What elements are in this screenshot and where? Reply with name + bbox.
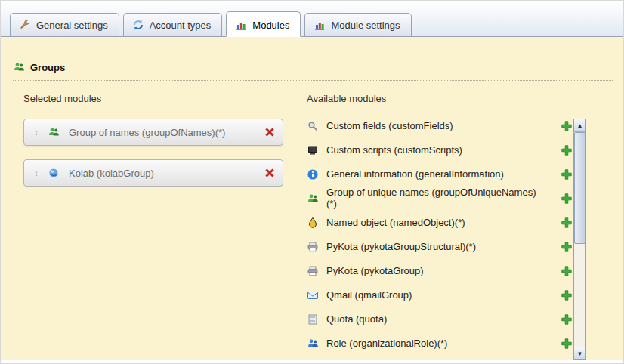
add-module-button[interactable] <box>561 338 573 350</box>
tab-module-settings[interactable]: Module settings <box>304 13 411 37</box>
available-module-row: Custom scripts (customScripts) <box>307 138 573 162</box>
selected-module-label: Kolab (kolabGroup) <box>69 168 258 179</box>
available-module-label: Group of unique names (groupOfUniqueName… <box>326 187 538 210</box>
available-module-label: PyKota (pykotaGroup) <box>326 266 424 277</box>
available-module-row: Qmail (qmailGroup) <box>307 283 573 307</box>
selected-modules-heading: Selected modules <box>23 93 101 104</box>
remove-module-button[interactable] <box>264 126 276 138</box>
add-module-button[interactable] <box>561 241 573 253</box>
tab-strip: General settings Account types Modules M… <box>1 1 623 37</box>
available-module-row: General information (generalInformation) <box>307 162 573 187</box>
available-modules-list: Custom fields (customFields) Custom scri… <box>307 114 573 356</box>
available-module-label: Qmail (qmailGroup) <box>326 290 412 301</box>
group-blue-icon <box>307 338 319 350</box>
group-green-icon <box>307 193 319 205</box>
scroll-up-button[interactable]: ▲ <box>574 119 585 132</box>
selected-module-row: ↕ Group of names (groupOfNames)(*) <box>23 119 283 146</box>
tab-bar: General settings Account types Modules M… <box>10 11 412 37</box>
drop-icon <box>307 217 319 229</box>
scroll-down-button[interactable]: ▼ <box>574 347 585 359</box>
envelope-icon <box>307 289 319 301</box>
add-module-button[interactable] <box>561 193 573 205</box>
tab-label: Modules <box>252 20 289 31</box>
available-module-label: Named object (namedObject)(*) <box>326 217 465 229</box>
tab-label: General settings <box>36 20 108 31</box>
kolab-icon <box>48 167 60 179</box>
add-module-button[interactable] <box>561 265 573 277</box>
available-module-label: Role (organizationalRole)(*) <box>326 338 447 350</box>
available-module-row: Quota (quota) <box>307 307 573 332</box>
available-modules-heading: Available modules <box>307 93 386 104</box>
selected-module-label: Group of names (groupOfNames)(*) <box>69 127 258 138</box>
available-module-label: PyKota (pykotaGroupStructural)(*) <box>326 242 476 253</box>
tab-label: Module settings <box>331 20 400 31</box>
groups-icon <box>13 61 25 73</box>
available-module-row: Named object (namedObject)(*) <box>307 211 573 235</box>
section-title: Groups <box>30 62 65 73</box>
modules-config-page: General settings Account types Modules M… <box>0 0 624 364</box>
modules-chart-icon <box>235 19 247 31</box>
scrollbar-track[interactable] <box>574 132 585 347</box>
drag-handle-icon[interactable]: ↕ <box>31 168 42 177</box>
available-module-row: Custom fields (customFields) <box>307 114 573 138</box>
add-module-button[interactable] <box>561 168 573 180</box>
tab-general-settings[interactable]: General settings <box>10 13 119 37</box>
add-module-button[interactable] <box>561 313 573 325</box>
groups-section-header: Groups <box>13 61 613 81</box>
group-green-icon <box>48 126 60 138</box>
wrench-icon <box>19 19 31 31</box>
modules-tab-content: Groups Selected modules Available module… <box>1 37 623 360</box>
available-module-row: Role (organizationalRole)(*) <box>307 332 573 356</box>
available-module-label: Custom scripts (customScripts) <box>326 145 462 156</box>
add-module-button[interactable] <box>561 120 573 132</box>
drag-handle-icon[interactable]: ↕ <box>31 128 42 137</box>
add-module-button[interactable] <box>561 217 573 229</box>
modules-chart-icon <box>314 19 326 31</box>
available-module-row: PyKota (pykotaGroupStructural)(*) <box>307 235 573 259</box>
scrollbar-thumb[interactable] <box>574 132 585 244</box>
available-module-label: Quota (quota) <box>326 314 387 325</box>
document-icon <box>307 313 319 325</box>
terminal-icon <box>307 144 319 156</box>
tab-label: Account types <box>150 20 212 31</box>
available-module-row: PyKota (pykotaGroup) <box>307 259 573 283</box>
tab-modules[interactable]: Modules <box>226 11 301 37</box>
tab-account-types[interactable]: Account types <box>123 13 223 37</box>
available-modules-scrollbar[interactable]: ▲ ▼ <box>573 119 586 360</box>
remove-module-button[interactable] <box>264 167 276 179</box>
selected-modules-list: ↕ Group of names (groupOfNames)(*) ↕ Kol… <box>23 119 283 187</box>
info-icon <box>307 168 319 180</box>
magnifier-icon <box>307 120 319 132</box>
printer-icon <box>307 265 319 277</box>
available-module-row: Group of unique names (groupOfUniqueName… <box>307 187 573 211</box>
sync-gear-icon <box>132 19 144 31</box>
add-module-button[interactable] <box>561 144 573 156</box>
available-module-label: Custom fields (customFields) <box>326 121 453 132</box>
selected-module-row: ↕ Kolab (kolabGroup) <box>23 159 283 187</box>
available-modules-panel: Custom fields (customFields) Custom scri… <box>307 114 586 356</box>
add-module-button[interactable] <box>561 289 573 301</box>
printer-icon <box>307 241 319 253</box>
available-module-label: General information (generalInformation) <box>326 169 504 180</box>
